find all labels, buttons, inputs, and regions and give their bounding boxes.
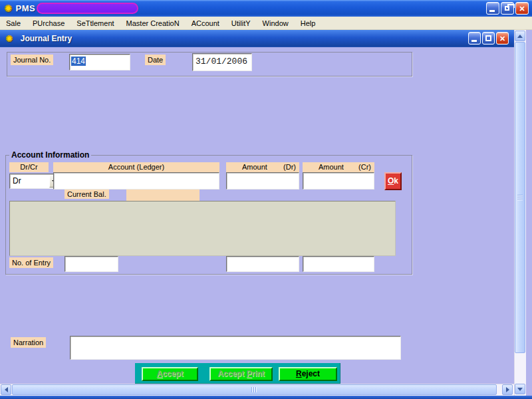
- journal-window-titlebar: ✺ Journal Entry ✕: [0, 30, 514, 47]
- accept-print-button[interactable]: Accept Print: [209, 367, 273, 381]
- minimize-icon: [489, 10, 495, 12]
- menu-item-help[interactable]: Help: [295, 17, 322, 30]
- journal-no-value: 414: [71, 57, 86, 66]
- restore-icon: [505, 6, 509, 11]
- drcr-column-header: Dr/Cr: [9, 162, 49, 172]
- total-dr-field[interactable]: [226, 256, 299, 272]
- horizontal-scrollbar[interactable]: [0, 384, 514, 396]
- date-input[interactable]: 31/01/2006: [192, 53, 252, 71]
- scroll-up-button[interactable]: [515, 31, 525, 41]
- window-bottom-border: [0, 396, 532, 399]
- app-title: PMS: [16, 3, 36, 13]
- arrow-right-icon: [506, 387, 509, 392]
- entries-list-panel: [9, 201, 396, 256]
- amount-dr-input[interactable]: [226, 172, 299, 190]
- close-button[interactable]: ✕: [515, 2, 529, 15]
- drcr-selected-value: Dr: [13, 176, 21, 186]
- journal-maximize-button[interactable]: [482, 32, 495, 45]
- narration-label: Narration: [11, 337, 46, 348]
- account-ledger-column-header: Account (Ledger): [53, 162, 219, 172]
- scroll-grip-icon: [251, 387, 257, 392]
- scroll-down-button[interactable]: [515, 384, 525, 394]
- accept-button[interactable]: Accept: [142, 367, 198, 381]
- amount-dr-word: Amount: [242, 162, 267, 172]
- menu-item-purchase[interactable]: PUrchase: [27, 17, 70, 30]
- maximize-icon: [485, 35, 491, 41]
- amount-cr-unit: (Cr): [358, 162, 371, 172]
- menu-item-account[interactable]: ACcount: [186, 17, 225, 30]
- menu-item-window[interactable]: Window: [257, 17, 295, 30]
- drcr-header-text: Dr/Cr: [20, 162, 37, 172]
- ok-rest: k: [394, 176, 398, 186]
- accept-print-rest: rint: [252, 369, 265, 378]
- journal-no-label: Journal No.: [11, 55, 53, 65]
- vertical-scroll-thumb[interactable]: [515, 42, 525, 353]
- close-icon: ✕: [516, 3, 528, 14]
- scroll-left-button[interactable]: [1, 384, 11, 395]
- close-icon: ✕: [497, 33, 508, 44]
- restore-button[interactable]: [501, 2, 514, 15]
- current-bal-value-box: [126, 190, 200, 201]
- account-info-title: Account Information: [9, 150, 91, 160]
- entry-count-field[interactable]: [65, 256, 118, 272]
- menu-item-sale[interactable]: Sale: [0, 17, 27, 30]
- journal-window-icon: ✺: [5, 34, 13, 44]
- journal-minimize-button[interactable]: [468, 32, 481, 45]
- menu-item-settlement[interactable]: SeTtlement: [70, 17, 120, 30]
- journal-form: Journal No. 414 Date 31/01/2006 Account …: [0, 47, 514, 384]
- app-sun-icon: ✺: [4, 3, 13, 13]
- date-label: Date: [145, 55, 166, 65]
- minimize-icon: [471, 40, 477, 42]
- current-bal-label: Current Bal.: [65, 190, 109, 199]
- date-value: 31/01/2006: [193, 54, 247, 66]
- amount-cr-column-header: Amount (Cr): [303, 162, 374, 172]
- vertical-scrollbar[interactable]: [514, 30, 526, 396]
- redacted-text-overlay: [37, 3, 138, 14]
- reject-rest: eject: [302, 369, 320, 378]
- account-ledger-input[interactable]: [53, 172, 219, 190]
- scroll-grip-icon: [517, 195, 523, 201]
- account-header-text: Account (Ledger): [108, 162, 164, 172]
- accept-print-accel: P: [247, 369, 252, 378]
- accept-accel: A: [156, 369, 162, 378]
- menu-bar: Sale PUrchase SeTtlement Master CreatioN…: [0, 17, 532, 30]
- journal-no-input[interactable]: 414: [69, 54, 130, 70]
- accept-print-pre: Accept: [217, 369, 246, 378]
- amount-cr-input[interactable]: [303, 172, 374, 190]
- amount-cr-word: Amount: [319, 162, 344, 172]
- reject-button[interactable]: Reject: [279, 367, 337, 381]
- amount-dr-unit: (Dr): [283, 162, 296, 172]
- total-cr-field[interactable]: [303, 256, 374, 272]
- action-button-bar: Accept Accept Print Reject: [135, 363, 340, 384]
- reject-accel: R: [296, 369, 302, 378]
- ok-accel: O: [388, 176, 394, 186]
- ok-button[interactable]: Ok: [384, 172, 402, 190]
- arrow-left-icon: [5, 387, 8, 392]
- narration-input[interactable]: [70, 336, 401, 360]
- accept-rest: ccept: [162, 369, 183, 378]
- no-of-entry-label: No. of Entry: [9, 257, 53, 268]
- arrow-down-icon: [517, 388, 523, 391]
- horizontal-scroll-thumb[interactable]: [12, 384, 497, 395]
- journal-window-title: Journal Entry: [21, 34, 72, 43]
- minimize-button[interactable]: [486, 2, 499, 15]
- amount-dr-column-header: Amount (Dr): [226, 162, 299, 172]
- main-titlebar: ✺ PMS ✕: [0, 0, 532, 17]
- scroll-right-button[interactable]: [502, 384, 513, 395]
- arrow-up-icon: [517, 35, 523, 38]
- journal-close-button[interactable]: ✕: [496, 32, 509, 45]
- application-window: ✺ PMS ✕ Sale PUrchase SeTtlement Master …: [0, 0, 532, 399]
- menu-item-master-creation[interactable]: Master CreatioN: [120, 17, 186, 30]
- menu-item-utility[interactable]: UtilitY: [225, 17, 257, 30]
